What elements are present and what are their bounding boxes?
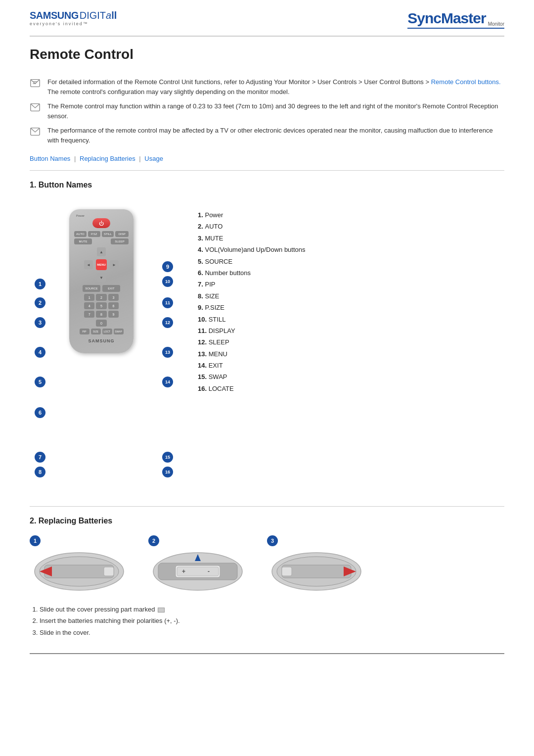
samsung-brand-text: SAMSUNG	[30, 10, 79, 21]
note-item-2: The Remote control may function within a…	[30, 101, 504, 121]
numpad-2: 2	[96, 294, 106, 301]
battery-step-text-3: Slide in the cover.	[40, 627, 504, 638]
syncmaster-logo: SyncMaster Monitor	[407, 10, 504, 29]
battery-step-num-2: 2	[148, 535, 159, 546]
dpad-down: ▼	[97, 273, 106, 282]
battery-images: 1 2	[30, 535, 504, 594]
source-exit-row: SOURCE EXIT	[74, 285, 129, 292]
marker-symbol	[158, 608, 165, 613]
battery-cover-svg-3	[267, 549, 366, 594]
warning-icon	[30, 78, 41, 89]
bottom-row: PIP SIZE LOCT SWAP	[74, 329, 129, 334]
svg-text:-: -	[208, 568, 210, 575]
section2-heading: 2. Replacing Batteries	[30, 517, 504, 525]
section-divider-1	[30, 170, 504, 171]
button-item-4: 4. VOL(Volume)and Up/Down buttons	[198, 244, 306, 255]
dpad-right: ►	[110, 260, 119, 269]
circle-1: 1	[35, 279, 45, 289]
button-item-6: 6. Number buttons	[198, 267, 306, 279]
section-divider-2	[30, 506, 504, 507]
svg-rect-7	[44, 565, 114, 578]
svg-text:+: +	[182, 568, 185, 575]
remote-diagram-area: 1 2 3 4 5 6 7 8 9 10 11 12 13 14 15 16	[30, 199, 504, 486]
numpad: 1 2 3 4 5 6 7 8 9	[84, 294, 119, 318]
numpad-9: 9	[108, 311, 119, 318]
battery-step-text-1: Slide out the cover pressing part marked	[40, 604, 504, 615]
battery-step-num-1: 1	[30, 535, 41, 546]
circle-3: 3	[35, 317, 45, 328]
circle-10: 10	[162, 276, 173, 287]
samsung-logo: SAMSUNG DIGITall everyone's invited™	[30, 10, 117, 26]
nav-link-usage[interactable]: Usage	[144, 155, 163, 162]
circle-9: 9	[162, 261, 173, 272]
note-item-1: For detailed information of the Remote C…	[30, 77, 504, 96]
circle-2: 2	[35, 297, 45, 308]
circle-13: 13	[162, 347, 173, 358]
footer-divider	[30, 653, 504, 654]
note-icon-1	[30, 78, 44, 90]
nav-link-replacing-batteries[interactable]: Replacing Batteries	[80, 155, 135, 162]
remote-samsung-text: SAMSUNG	[74, 338, 129, 343]
exit-btn: EXIT	[102, 285, 120, 292]
notes-section: For detailed information of the Remote C…	[30, 77, 504, 145]
numpad-8: 8	[96, 311, 106, 318]
button-item-11: 11. DISPLAY	[198, 325, 306, 336]
circle-16: 16	[162, 467, 173, 477]
remote-control-link[interactable]: Remote Control buttons.	[431, 78, 501, 86]
button-item-10: 10. STILL	[198, 314, 306, 325]
info-icon-3	[30, 126, 41, 137]
button-item-14: 14. EXIT	[198, 360, 306, 371]
page-title: Remote Control	[30, 47, 504, 67]
numpad-6: 6	[108, 302, 119, 309]
dpad-left: ◄	[84, 260, 93, 269]
samsung-digital-text: DIGITall	[80, 10, 117, 21]
button-item-2: 2. AUTO	[198, 221, 306, 232]
numpad-1: 1	[84, 294, 94, 301]
circle-14: 14	[162, 377, 173, 387]
button-item-8: 8. SIZE	[198, 290, 306, 302]
button-names-section: 1. Button Names 1 2 3 4 5 6 7 8 9 10 11 …	[30, 181, 504, 486]
dpad: ▲ ◄ MENU ► ▼	[84, 247, 119, 282]
numpad-7: 7	[84, 311, 94, 318]
circle-8: 8	[35, 467, 45, 477]
battery-step-text-2: Insert the batteries matching their pola…	[40, 615, 504, 626]
syncmaster-sub: Monitor	[488, 21, 504, 27]
info-icon-2	[30, 102, 41, 113]
section1-heading: 1. Button Names	[30, 181, 504, 189]
locate-btn: LOCT	[102, 329, 112, 334]
samsung-tagline: everyone's invited™	[30, 21, 117, 26]
replacing-batteries-section: 2. Replacing Batteries 1 2	[30, 517, 504, 638]
note-icon-3	[30, 126, 44, 139]
circle-6: 6	[35, 407, 45, 418]
remote-body: Power ⏻ AUTO P.SZ STILL DISP	[69, 209, 134, 353]
button-item-15: 15. SWAP	[198, 371, 306, 382]
remote-body-diagram: Power ⏻ AUTO P.SZ STILL DISP	[69, 209, 134, 353]
button-item-13: 13. MENU	[198, 348, 306, 360]
battery-cover-svg-2: + -	[148, 549, 247, 594]
button-item-16: 16. LOCATE	[198, 383, 306, 394]
battery-cover-svg-1	[30, 549, 129, 594]
note-2-text: The Remote control may function within a…	[47, 101, 504, 121]
button-item-3: 3. MUTE	[198, 233, 306, 244]
nav-separator-1: |	[74, 155, 78, 162]
numpad-3: 3	[108, 294, 119, 301]
source-btn: SOURCE	[83, 285, 100, 292]
swap-btn: SWAP	[114, 329, 124, 334]
battery-step-2: 2 + -	[148, 535, 247, 594]
svg-rect-9	[104, 567, 114, 576]
battery-step-num-3: 3	[267, 535, 278, 546]
nav-links: Button Names | Replacing Batteries | Usa…	[30, 155, 504, 162]
remote-diagram: 1 2 3 4 5 6 7 8 9 10 11 12 13 14 15 16	[30, 199, 178, 486]
nav-link-button-names[interactable]: Button Names	[30, 155, 70, 162]
button-item-12: 12. SLEEP	[198, 336, 306, 348]
battery-step-1: 1	[30, 535, 129, 594]
circle-15: 15	[162, 452, 173, 463]
button-item-1: 1. Power	[198, 209, 306, 221]
page-header: SAMSUNG DIGITall everyone's invited™ Syn…	[30, 10, 504, 37]
note-1-text: For detailed information of the Remote C…	[47, 77, 501, 96]
numpad-0: 0	[96, 320, 107, 327]
battery-step-3: 3	[267, 535, 366, 594]
button-list: 1. Power 2. AUTO 3. MUTE 4. VOL(Volume)a…	[198, 209, 306, 394]
circle-5: 5	[35, 377, 45, 387]
circle-4: 4	[35, 347, 45, 358]
